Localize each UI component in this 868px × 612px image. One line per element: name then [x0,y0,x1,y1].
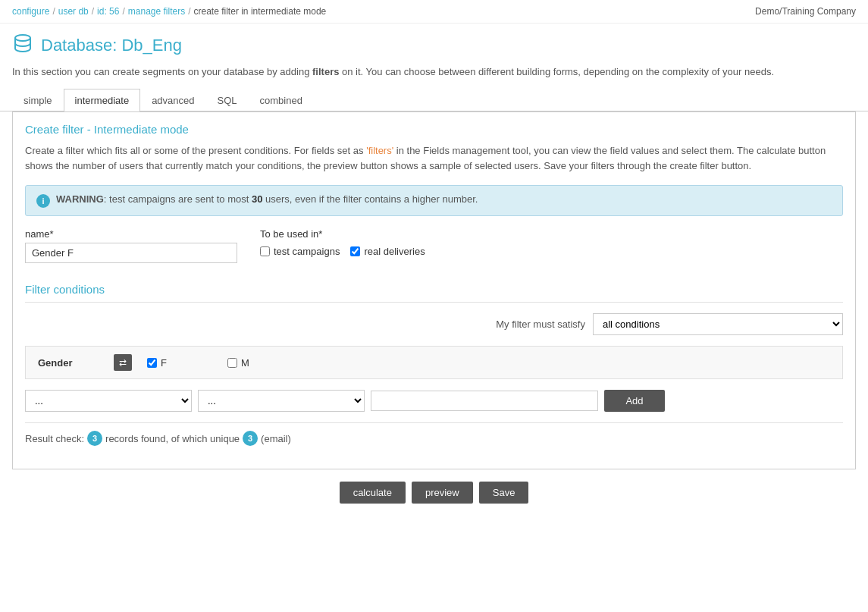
to-be-used-group: To be used in* test campaigns real deliv… [260,228,425,257]
breadcrumb-configure[interactable]: configure [12,6,49,17]
breadcrumb-userdb[interactable]: user db [58,6,89,17]
tab-simple[interactable]: simple [12,89,64,111]
gender-filter-icon-btn[interactable]: ⇄ [114,354,132,371]
sec-desc-highlight: 'filters' [366,145,393,156]
gender-f-item: F [147,357,167,369]
page-description: In this section you can create segments … [0,64,868,89]
breadcrumb-company: Demo/Training Company [755,6,856,17]
warning-part1: : test campaigns are sent to most [104,193,252,205]
add-row: ... ... Add [25,390,843,412]
section-description: Create a filter which fits all or some o… [25,143,843,175]
desc-part1: In this section you can create segments … [12,66,312,77]
warning-text: WARNING: test campaigns are sent to most… [56,193,478,205]
breadcrumb: configure / user db / id: 56 / manage fi… [0,0,868,24]
svg-point-0 [15,35,30,41]
breadcrumb-sep-2: / [92,6,94,17]
satisfy-select[interactable]: all conditions any condition [593,313,843,335]
name-group: name* [25,228,237,263]
result-text-middle: records found, of which unique [105,433,240,444]
page-header: Database: Db_Eng [0,24,868,64]
save-button[interactable]: Save [479,482,529,504]
breadcrumb-current: create filter in intermediate mode [194,6,327,17]
warning-icon: i [36,194,50,208]
test-campaigns-label: test campaigns [274,246,340,257]
database-icon [12,33,33,58]
tab-sql[interactable]: SQL [206,89,249,111]
main-content: Create filter - Intermediate mode Create… [12,111,856,470]
add-select-2[interactable]: ... [198,390,365,412]
real-deliveries-item: real deliveries [350,246,425,257]
gender-f-label: F [161,357,167,369]
result-label: Result check: [25,433,84,444]
tab-advanced[interactable]: advanced [140,89,205,111]
satisfy-label: My filter must satisfy [496,319,585,330]
real-deliveries-checkbox[interactable] [350,246,360,256]
name-input[interactable] [25,243,237,263]
breadcrumb-left: configure / user db / id: 56 / manage fi… [12,6,326,17]
gender-m-checkbox[interactable] [227,358,237,368]
desc-bold: filters [312,66,339,77]
desc-part2: on it. You can choose between different … [339,66,774,77]
breadcrumb-sep-1: / [52,6,55,17]
preview-button[interactable]: preview [412,482,473,504]
filter-conditions-title: Filter conditions [25,275,843,303]
form-row: name* To be used in* test campaigns real… [25,228,843,263]
result-row: Result check: 3 records found, of which … [25,422,843,454]
gender-field-name: Gender [38,357,99,369]
gender-m-label: M [241,357,249,369]
section-title: Create filter - Intermediate mode [25,112,843,143]
satisfy-row: My filter must satisfy all conditions an… [25,313,843,335]
add-value-input[interactable] [371,391,598,411]
test-campaigns-checkbox[interactable] [260,246,270,256]
tabs-bar: simple intermediate advanced SQL combine… [0,89,868,111]
test-campaigns-item: test campaigns [260,246,340,257]
tab-intermediate[interactable]: intermediate [64,89,141,111]
result-count-badge: 3 [87,431,102,446]
page-title: Database: Db_Eng [41,36,182,55]
action-buttons: calculate preview Save [0,469,868,510]
warning-number: 30 [252,193,262,205]
to-be-used-label: To be used in* [260,228,425,240]
result-text-end: (email) [261,433,291,444]
warning-part2: users, even if the filter contains a hig… [262,193,478,205]
breadcrumb-sep-3: / [122,6,124,17]
real-deliveries-label: real deliveries [364,246,425,257]
breadcrumb-id[interactable]: id: 56 [97,6,119,17]
name-label: name* [25,228,237,240]
gender-f-checkbox[interactable] [147,358,157,368]
tab-combined[interactable]: combined [249,89,314,111]
gender-filter-row: Gender ⇄ F M [25,346,843,379]
warning-bold: WARNING [56,193,104,205]
add-button[interactable]: Add [604,390,665,412]
warning-box: i WARNING: test campaigns are sent to mo… [25,185,843,216]
gender-m-item: M [227,357,249,369]
breadcrumb-managefilters[interactable]: manage filters [128,6,185,17]
add-select-1[interactable]: ... [25,390,192,412]
checkbox-row: test campaigns real deliveries [260,246,425,257]
result-unique-badge: 3 [243,431,258,446]
breadcrumb-sep-4: / [188,6,190,17]
sec-desc-part1: Create a filter which fits all or some o… [25,145,366,156]
calculate-button[interactable]: calculate [340,482,406,504]
